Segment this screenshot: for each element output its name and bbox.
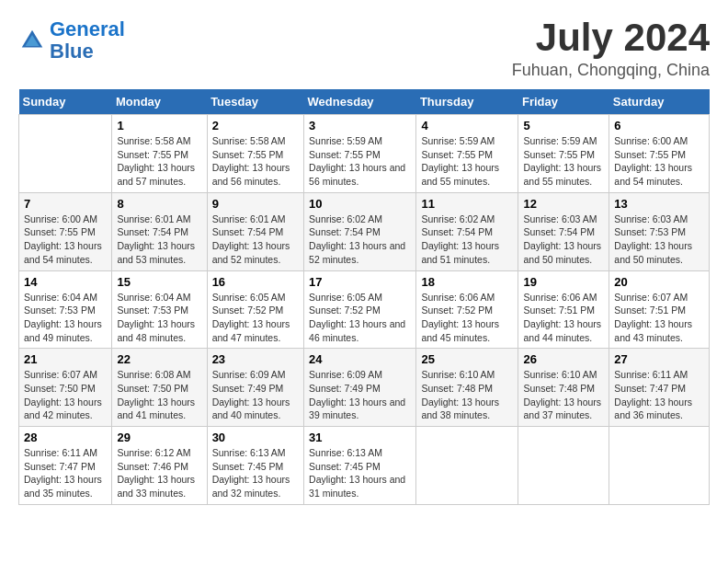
day-info: Sunrise: 6:04 AM Sunset: 7:53 PM Dayligh… (117, 291, 201, 345)
calendar-cell: 16Sunrise: 6:05 AM Sunset: 7:52 PM Dayli… (207, 270, 303, 349)
calendar-cell: 2Sunrise: 5:58 AM Sunset: 7:55 PM Daylig… (207, 115, 303, 193)
day-number: 6 (614, 119, 704, 132)
calendar-cell: 1Sunrise: 5:58 AM Sunset: 7:55 PM Daylig… (112, 115, 207, 193)
day-info: Sunrise: 6:10 AM Sunset: 7:48 PM Dayligh… (421, 368, 513, 422)
title-area: July 2024 Fuhuan, Chongqing, China (512, 18, 710, 80)
calendar-header-row: SundayMondayTuesdayWednesdayThursdayFrid… (19, 89, 710, 115)
calendar-cell: 25Sunrise: 6:10 AM Sunset: 7:48 PM Dayli… (416, 349, 518, 427)
calendar-cell: 13Sunrise: 6:03 AM Sunset: 7:53 PM Dayli… (609, 192, 710, 270)
day-info: Sunrise: 6:02 AM Sunset: 7:54 PM Dayligh… (309, 213, 411, 267)
header-wednesday: Wednesday (304, 89, 416, 115)
day-info: Sunrise: 6:03 AM Sunset: 7:54 PM Dayligh… (523, 213, 604, 267)
day-number: 1 (117, 119, 201, 132)
day-info: Sunrise: 5:58 AM Sunset: 7:55 PM Dayligh… (212, 134, 299, 189)
calendar-cell (609, 427, 710, 505)
calendar-cell: 22Sunrise: 6:08 AM Sunset: 7:50 PM Dayli… (112, 349, 207, 427)
day-info: Sunrise: 6:09 AM Sunset: 7:49 PM Dayligh… (309, 368, 411, 422)
location: Fuhuan, Chongqing, China (512, 61, 710, 80)
calendar-cell: 9Sunrise: 6:01 AM Sunset: 7:54 PM Daylig… (207, 192, 303, 270)
calendar-cell: 27Sunrise: 6:11 AM Sunset: 7:47 PM Dayli… (609, 349, 710, 427)
day-info: Sunrise: 6:10 AM Sunset: 7:48 PM Dayligh… (523, 368, 604, 422)
logo: General Blue (18, 18, 125, 63)
calendar-cell: 3Sunrise: 5:59 AM Sunset: 7:55 PM Daylig… (304, 115, 416, 193)
day-info: Sunrise: 6:05 AM Sunset: 7:52 PM Dayligh… (309, 291, 411, 345)
day-number: 9 (212, 197, 299, 211)
month-title: July 2024 (512, 18, 710, 57)
day-number: 21 (24, 352, 107, 366)
day-info: Sunrise: 5:59 AM Sunset: 7:55 PM Dayligh… (523, 134, 604, 189)
calendar-cell: 19Sunrise: 6:06 AM Sunset: 7:51 PM Dayli… (518, 270, 609, 349)
day-number: 12 (523, 197, 604, 211)
week-row-3: 14Sunrise: 6:04 AM Sunset: 7:53 PM Dayli… (19, 270, 710, 349)
day-info: Sunrise: 6:09 AM Sunset: 7:49 PM Dayligh… (212, 368, 299, 422)
calendar-cell: 31Sunrise: 6:13 AM Sunset: 7:45 PM Dayli… (304, 427, 416, 505)
calendar-cell (416, 427, 518, 505)
day-number: 31 (309, 431, 411, 444)
header-monday: Monday (112, 89, 207, 115)
day-number: 22 (117, 352, 201, 366)
week-row-5: 28Sunrise: 6:11 AM Sunset: 7:47 PM Dayli… (19, 427, 710, 505)
day-number: 3 (309, 119, 411, 132)
calendar-cell: 11Sunrise: 6:02 AM Sunset: 7:54 PM Dayli… (416, 192, 518, 270)
week-row-4: 21Sunrise: 6:07 AM Sunset: 7:50 PM Dayli… (19, 349, 710, 427)
calendar-cell: 14Sunrise: 6:04 AM Sunset: 7:53 PM Dayli… (19, 270, 112, 349)
day-info: Sunrise: 6:12 AM Sunset: 7:46 PM Dayligh… (117, 446, 201, 500)
logo-icon (18, 27, 46, 54)
calendar-cell: 24Sunrise: 6:09 AM Sunset: 7:49 PM Dayli… (304, 349, 416, 427)
calendar-cell: 15Sunrise: 6:04 AM Sunset: 7:53 PM Dayli… (112, 270, 207, 349)
day-info: Sunrise: 6:03 AM Sunset: 7:53 PM Dayligh… (614, 213, 704, 267)
calendar-cell: 5Sunrise: 5:59 AM Sunset: 7:55 PM Daylig… (518, 115, 609, 193)
calendar-cell: 7Sunrise: 6:00 AM Sunset: 7:55 PM Daylig… (19, 192, 112, 270)
day-info: Sunrise: 6:07 AM Sunset: 7:50 PM Dayligh… (24, 368, 107, 422)
day-info: Sunrise: 6:11 AM Sunset: 7:47 PM Dayligh… (614, 368, 704, 422)
day-info: Sunrise: 6:00 AM Sunset: 7:55 PM Dayligh… (24, 213, 107, 267)
day-number: 2 (212, 119, 299, 132)
day-number: 29 (117, 431, 201, 444)
day-number: 23 (212, 352, 299, 366)
day-info: Sunrise: 6:08 AM Sunset: 7:50 PM Dayligh… (117, 368, 201, 422)
day-number: 26 (523, 352, 604, 366)
day-number: 16 (212, 275, 299, 289)
day-number: 11 (421, 197, 513, 211)
calendar-cell: 30Sunrise: 6:13 AM Sunset: 7:45 PM Dayli… (207, 427, 303, 505)
day-info: Sunrise: 6:13 AM Sunset: 7:45 PM Dayligh… (309, 446, 411, 500)
calendar-cell: 29Sunrise: 6:12 AM Sunset: 7:46 PM Dayli… (112, 427, 207, 505)
header-saturday: Saturday (609, 89, 710, 115)
day-info: Sunrise: 6:01 AM Sunset: 7:54 PM Dayligh… (117, 213, 201, 267)
day-number: 15 (117, 275, 201, 289)
page-header: General Blue July 2024 Fuhuan, Chongqing… (18, 18, 710, 80)
day-number: 19 (523, 275, 604, 289)
day-number: 5 (523, 119, 604, 132)
day-number: 28 (24, 431, 107, 444)
day-number: 13 (614, 197, 704, 211)
calendar-cell: 20Sunrise: 6:07 AM Sunset: 7:51 PM Dayli… (609, 270, 710, 349)
calendar-cell: 12Sunrise: 6:03 AM Sunset: 7:54 PM Dayli… (518, 192, 609, 270)
day-number: 17 (309, 275, 411, 289)
day-info: Sunrise: 5:59 AM Sunset: 7:55 PM Dayligh… (421, 134, 513, 189)
calendar-cell: 6Sunrise: 6:00 AM Sunset: 7:55 PM Daylig… (609, 115, 710, 193)
day-number: 18 (421, 275, 513, 289)
calendar-cell: 28Sunrise: 6:11 AM Sunset: 7:47 PM Dayli… (19, 427, 112, 505)
day-info: Sunrise: 6:11 AM Sunset: 7:47 PM Dayligh… (24, 446, 107, 500)
day-number: 24 (309, 352, 411, 366)
logo-line2: Blue (50, 40, 94, 63)
calendar-cell: 21Sunrise: 6:07 AM Sunset: 7:50 PM Dayli… (19, 349, 112, 427)
header-thursday: Thursday (416, 89, 518, 115)
calendar-table: SundayMondayTuesdayWednesdayThursdayFrid… (18, 89, 710, 505)
week-row-2: 7Sunrise: 6:00 AM Sunset: 7:55 PM Daylig… (19, 192, 710, 270)
day-number: 27 (614, 352, 704, 366)
day-info: Sunrise: 6:06 AM Sunset: 7:52 PM Dayligh… (421, 291, 513, 345)
day-number: 30 (212, 431, 299, 444)
header-sunday: Sunday (19, 89, 112, 115)
day-number: 4 (421, 119, 513, 132)
calendar-cell: 17Sunrise: 6:05 AM Sunset: 7:52 PM Dayli… (304, 270, 416, 349)
calendar-cell: 10Sunrise: 6:02 AM Sunset: 7:54 PM Dayli… (304, 192, 416, 270)
day-info: Sunrise: 6:04 AM Sunset: 7:53 PM Dayligh… (24, 291, 107, 345)
day-info: Sunrise: 5:59 AM Sunset: 7:55 PM Dayligh… (309, 134, 411, 189)
calendar-cell: 26Sunrise: 6:10 AM Sunset: 7:48 PM Dayli… (518, 349, 609, 427)
calendar-cell (19, 115, 112, 193)
header-tuesday: Tuesday (207, 89, 303, 115)
calendar-cell: 4Sunrise: 5:59 AM Sunset: 7:55 PM Daylig… (416, 115, 518, 193)
day-number: 20 (614, 275, 704, 289)
day-number: 14 (24, 275, 107, 289)
